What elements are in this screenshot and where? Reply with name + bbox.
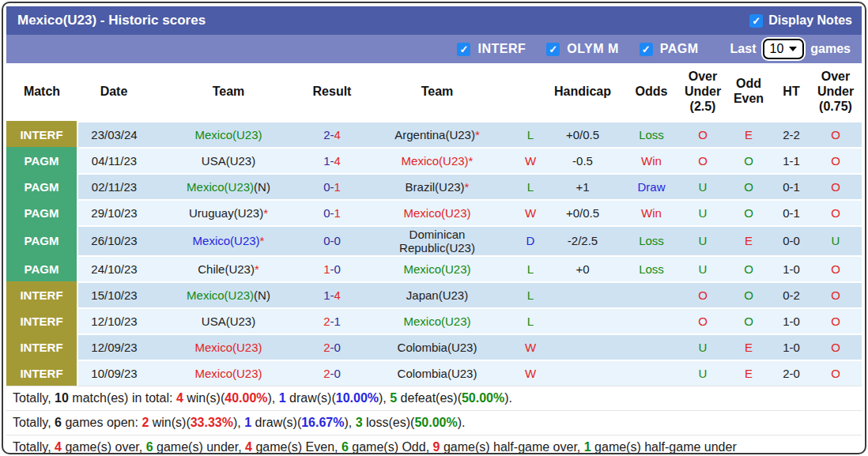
filter-label: OLYM M xyxy=(567,42,619,56)
handicap-cell xyxy=(544,334,621,360)
summary-segment: 4 xyxy=(55,440,62,454)
away-team-cell: Colombia(U23) xyxy=(357,360,517,386)
ht-score-cell: 0-1 xyxy=(773,200,810,226)
handicap-cell: +0 xyxy=(544,256,621,282)
handicap-result-cell: L xyxy=(517,282,544,308)
odds-cell: Loss xyxy=(621,122,681,148)
match-league-badge: INTERF xyxy=(6,122,77,148)
home-team-cell: Mexico(U23)(N) xyxy=(150,282,307,308)
ht-score-cell: 1-1 xyxy=(773,148,810,174)
handicap-result-cell: L xyxy=(517,122,544,148)
summary-segment: Totally, xyxy=(13,391,55,405)
home-team-cell: USA(U23) xyxy=(150,148,307,174)
table-row: INTERF 15/10/23 Mexico(U23)(N) 1-4 Japan… xyxy=(6,282,862,308)
odds-cell: Win xyxy=(621,148,681,174)
away-team-name: Japan(U23) xyxy=(406,288,468,302)
over-under-075-cell: U xyxy=(810,226,862,256)
score-away: 4 xyxy=(334,128,341,141)
over-under-25-cell: U xyxy=(681,174,724,200)
summary-segment: 1 xyxy=(244,416,251,429)
last-games-value: 10 xyxy=(770,42,784,56)
summary-segment: ), xyxy=(344,416,355,429)
over-under-25-cell: O xyxy=(681,148,724,174)
match-date: 10/09/23 xyxy=(77,360,150,386)
score-away: 0 xyxy=(334,367,341,380)
table-row: PAGM 24/10/23 Chile(U23)* 1-0 Mexico(U23… xyxy=(6,256,862,282)
summary-segment: 2 xyxy=(142,416,149,429)
home-team-name: Mexico(U23) xyxy=(187,288,254,302)
score-home: 1 xyxy=(323,262,330,276)
score-home: 0 xyxy=(323,180,330,194)
ht-score-cell: 1-0 xyxy=(773,334,810,360)
handicap-result-cell: D xyxy=(517,226,544,256)
match-date: 29/10/23 xyxy=(77,200,150,226)
summary-segment: ), xyxy=(268,391,279,405)
summary-segment: 4 xyxy=(176,391,183,405)
handicap-cell: -2/2.5 xyxy=(544,226,621,256)
odds-cell xyxy=(621,360,681,386)
over-under-25-cell: O xyxy=(681,282,724,308)
checkbox-checked-icon[interactable]: ✓ xyxy=(640,43,653,56)
score-home: 0 xyxy=(323,234,330,247)
score-cell: 1-4 xyxy=(307,282,357,308)
column-header-match: Match xyxy=(6,63,77,122)
table-header: Match Date Team Result Team Handicap Odd… xyxy=(6,63,862,122)
handicap-cell: -0.5 xyxy=(544,148,621,174)
ht-score-cell: 1-0 xyxy=(773,308,810,334)
match-league-badge: INTERF xyxy=(6,360,77,386)
filter-checkbox-interf[interactable]: ✓ INTERF xyxy=(457,42,526,56)
match-league-badge: PAGM xyxy=(6,148,77,174)
checkbox-checked-icon[interactable]: ✓ xyxy=(457,43,470,56)
odd-even-cell: O xyxy=(724,282,773,308)
handicap-result-cell: W xyxy=(517,200,544,226)
table-row: PAGM 02/11/23 Mexico(U23)(N) 0-1 Brazil(… xyxy=(6,174,862,200)
summary-segment: ), xyxy=(379,391,390,405)
odd-even-cell: O xyxy=(724,148,773,174)
match-date: 04/11/23 xyxy=(77,148,150,174)
summary-segment: defeat(es)( xyxy=(397,391,462,405)
home-team-name: Chile(U23) xyxy=(198,262,255,276)
odd-even-cell: O xyxy=(724,174,773,200)
odd-even-cell: O xyxy=(724,256,773,282)
filter-checkbox-olym-m[interactable]: ✓ OLYM M xyxy=(546,42,619,56)
odds-cell: Loss xyxy=(621,256,681,282)
odds-cell: Loss xyxy=(621,226,681,256)
checkbox-checked-icon[interactable]: ✓ xyxy=(749,14,763,28)
score-away: 1 xyxy=(334,180,341,194)
odds-cell: Draw xyxy=(621,174,681,200)
over-under-25-cell: O xyxy=(681,308,724,334)
score-home: 2 xyxy=(323,367,330,380)
table-row: PAGM 29/10/23 Uruguay(U23)* 0-1 Mexico(U… xyxy=(6,200,862,226)
away-team-cell: Colombia(U23) xyxy=(357,334,517,360)
filter-label: INTERF xyxy=(477,42,526,56)
match-date: 15/10/23 xyxy=(77,282,150,308)
ht-score-cell: 0-2 xyxy=(773,282,810,308)
column-header-over-under-075: Over Under (0.75) xyxy=(810,63,862,122)
home-team-star: * xyxy=(260,234,265,247)
checkbox-checked-icon[interactable]: ✓ xyxy=(546,43,560,56)
games-label: games xyxy=(810,42,851,56)
away-team-name: Mexico(U23) xyxy=(403,262,470,276)
home-team-cell: Mexico(U23) xyxy=(150,122,307,148)
summary-segment: ), xyxy=(233,416,244,429)
score-away: 1 xyxy=(334,315,341,328)
summary-segment: 6 xyxy=(55,416,62,429)
summary-segment: Totally, xyxy=(13,440,55,454)
score-home: 0 xyxy=(323,206,330,220)
summary-segment: game(s) half-game over, xyxy=(440,440,583,454)
column-header-away-team: Team xyxy=(357,63,517,122)
handicap-result-cell: W xyxy=(517,148,544,174)
column-header-date: Date xyxy=(77,63,150,122)
over-under-075-cell: O xyxy=(810,256,862,282)
last-games-select[interactable]: 10 xyxy=(763,39,805,59)
handicap-cell xyxy=(544,360,621,386)
filter-checkbox-pagm[interactable]: ✓ PAGM xyxy=(640,42,699,56)
over-under-075-cell: O xyxy=(810,174,862,200)
handicap-result-cell: W xyxy=(517,334,544,360)
display-notes-toggle[interactable]: ✓ Display Notes xyxy=(749,13,852,28)
column-header-handicap: Handicap xyxy=(544,63,621,122)
odd-even-cell: O xyxy=(724,308,773,334)
away-team-name: Brazil(U23) xyxy=(406,180,465,194)
home-team-cell: Mexico(U23) xyxy=(150,334,307,360)
column-header-home-team: Team xyxy=(150,63,307,122)
